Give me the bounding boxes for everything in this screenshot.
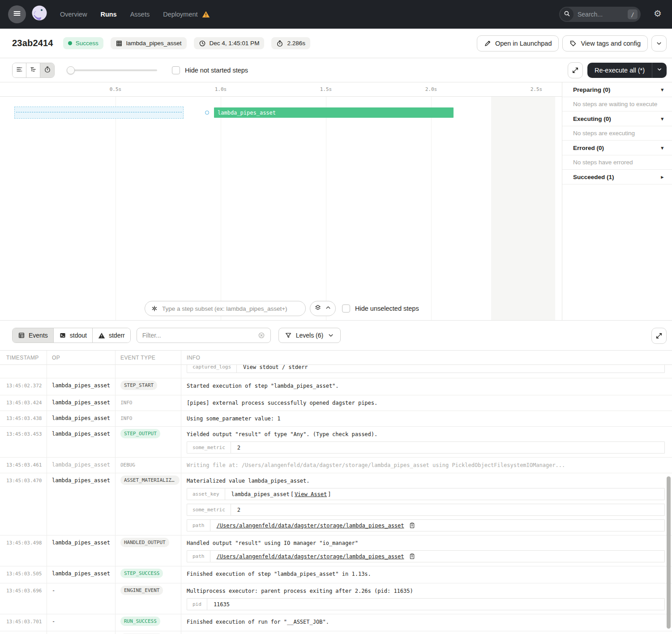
logs-scrollbar-thumb[interactable] <box>667 476 671 629</box>
log-event-type: RUN_SUCCESS <box>116 614 181 631</box>
tab-stderr-label: stderr <box>109 332 125 339</box>
hide-not-started-checkbox[interactable] <box>172 66 180 74</box>
job-name-pill[interactable]: lambda_pipes_asset <box>111 37 187 49</box>
event-type-badge: STEP_OUTPUT <box>120 429 160 438</box>
run-header: 23ab2414 Success lambda_pipes_asset Dec … <box>0 29 672 58</box>
log-info: Materialized value lambda_pipes_asset.as… <box>181 473 672 535</box>
tab-stdout[interactable]: stdout <box>54 328 93 343</box>
logs-fullscreen-button[interactable] <box>651 328 667 344</box>
event-type-badge: ASSET_MATERIALIZAT… <box>120 476 180 485</box>
log-row[interactable]: 13:45:03.453lambda_pipes_assetSTEP_OUTPU… <box>0 427 672 458</box>
zoom-slider[interactable] <box>67 66 157 74</box>
gridline <box>326 97 326 320</box>
run-start-time-pill: Dec 4, 1:45:01 PM <box>194 37 265 49</box>
metadata-value: 11635 <box>207 599 236 610</box>
metadata-key: some_metric <box>187 504 231 515</box>
log-row[interactable]: 13:45:03.461lambda_pipes_assetDEBUGWriti… <box>0 458 672 473</box>
slider-knob[interactable] <box>67 66 75 74</box>
metadata-link[interactable]: View Asset <box>295 491 327 497</box>
step-subset-bar: Hide unselected steps <box>0 301 562 316</box>
metadata-key: path <box>187 520 210 531</box>
axis-tick: 2.0s <box>419 86 444 92</box>
log-row[interactable]: 13:45:03.498lambda_pipes_assetHANDLED_OU… <box>0 535 672 566</box>
log-timestamp: 13:45:03.716 <box>0 631 47 634</box>
clear-filter-icon[interactable] <box>258 332 265 339</box>
view-flat-button[interactable] <box>13 63 26 77</box>
metadata-link[interactable]: /Users/alangenfeld/data/dagster/storage/… <box>217 553 404 560</box>
log-timestamp: 13:45:03.498 <box>0 535 47 566</box>
view-tags-config-button[interactable]: View tags and config <box>562 35 648 51</box>
search-bar[interactable]: / <box>559 7 641 22</box>
log-row[interactable]: 13:45:03.701-RUN_SUCCESSFinished executi… <box>0 614 672 631</box>
graph-query-toggle-button[interactable] <box>310 301 336 316</box>
warning-icon <box>98 332 105 339</box>
search-input[interactable] <box>578 11 619 18</box>
nav-link-assets[interactable]: Assets <box>130 11 150 18</box>
log-info: Finished execution of step "lambda_pipes… <box>181 566 672 583</box>
copy-icon[interactable] <box>409 553 415 560</box>
expand-icon <box>655 332 663 339</box>
open-in-launchpad-label: Open in Launchpad <box>495 40 552 47</box>
tab-stderr[interactable]: stderr <box>93 328 130 343</box>
reexecute-all-button[interactable]: Re-execute all (*) <box>587 63 667 78</box>
hide-unselected-checkbox[interactable] <box>342 304 350 313</box>
log-row[interactable]: captured_logsView stdout / stderr <box>0 365 672 378</box>
chevron-up-icon <box>325 304 332 313</box>
metadata-row: pid11635 <box>187 598 665 610</box>
metadata-row: asset_keylambda_pipes_asset [View Asset] <box>187 488 665 500</box>
log-row[interactable]: 13:45:03.424lambda_pipes_assetINFO[pipes… <box>0 395 672 411</box>
log-row[interactable]: 13:45:03.505lambda_pipes_assetSTEP_SUCCE… <box>0 566 672 583</box>
hide-not-started-control[interactable]: Hide not started steps <box>172 66 248 74</box>
log-row[interactable]: 13:45:03.438lambda_pipes_assetINFOUsing … <box>0 411 672 427</box>
section-empty-text: No steps are executing <box>562 126 672 141</box>
tag-icon <box>569 40 577 47</box>
search-shortcut-badge: / <box>628 9 638 19</box>
view-timing-button[interactable] <box>40 63 54 77</box>
dagster-logo[interactable] <box>30 4 49 24</box>
log-row[interactable]: 13:45:03.470lambda_pipes_assetASSET_MATE… <box>0 473 672 535</box>
deployment-warning-icon <box>202 11 210 18</box>
log-event-type: HANDLED_OUTPUT <box>116 535 181 566</box>
view-nested-button[interactable] <box>26 63 40 77</box>
nav-link-overview[interactable]: Overview <box>60 11 87 18</box>
metadata-text: lambda_pipes_asset <box>231 491 290 497</box>
copy-icon[interactable] <box>409 522 415 529</box>
log-info-text: [pipes] external process successfully op… <box>187 399 665 407</box>
settings-gear-icon[interactable]: ⚙ <box>654 9 662 18</box>
step-subset-input-wrap[interactable] <box>145 301 306 316</box>
reexecute-all-label: Re-execute all (*) <box>587 67 652 74</box>
time-axis: 0.5s1.0s1.5s2.0s2.5s <box>0 82 562 97</box>
log-row[interactable]: 13:45:03.716-ENGINE_EVENTProcess for run… <box>0 631 672 634</box>
expand-icon <box>572 67 579 74</box>
log-filter-input[interactable] <box>142 332 258 339</box>
status-dot-icon <box>68 41 72 45</box>
hide-unselected-control[interactable]: Hide unselected steps <box>342 304 419 313</box>
step-section-errored[interactable]: Errored (0)▾ <box>562 141 672 155</box>
axis-tick: 0.5s <box>103 86 128 92</box>
run-status-badge: Success <box>63 37 103 49</box>
levels-dropdown[interactable]: Levels (6) <box>278 328 341 343</box>
axis-tick: 1.0s <box>208 86 233 92</box>
caret-down-icon: ▾ <box>661 116 663 122</box>
log-row[interactable]: 13:45:02.372lambda_pipes_assetSTEP_START… <box>0 378 672 395</box>
step-section-preparing[interactable]: Preparing (0)▾ <box>562 82 672 97</box>
event-type-badge: HANDLED_OUTPUT <box>120 538 169 547</box>
gantt-fullscreen-button[interactable] <box>568 62 583 78</box>
run-more-actions-button[interactable] <box>651 35 667 51</box>
gantt-step-bar[interactable]: lambda_pipes_asset <box>214 107 454 118</box>
nav-link-deployment[interactable]: Deployment <box>163 11 210 18</box>
nav-link-runs[interactable]: Runs <box>100 11 116 18</box>
log-event-type <box>116 365 181 378</box>
step-section-succeeded[interactable]: Succeeded (1)▸ <box>562 170 672 184</box>
step-subset-input[interactable] <box>162 305 300 312</box>
reexecute-dropdown-button[interactable] <box>652 66 667 74</box>
step-section-executing[interactable]: Executing (0)▾ <box>562 111 672 126</box>
log-table-header: TIMESTAMP OP EVENT TYPE INFO <box>0 350 672 365</box>
metadata-link[interactable]: /Users/alangenfeld/data/dagster/storage/… <box>217 523 404 529</box>
open-in-launchpad-button[interactable]: Open in Launchpad <box>477 35 559 51</box>
tab-events[interactable]: Events <box>13 328 54 343</box>
metadata-key: path <box>187 551 210 562</box>
log-row[interactable]: 13:45:03.696-ENGINE_EVENTMultiprocess ex… <box>0 583 672 614</box>
log-filter-wrap[interactable] <box>137 328 271 343</box>
hamburger-menu-button[interactable] <box>8 5 26 23</box>
